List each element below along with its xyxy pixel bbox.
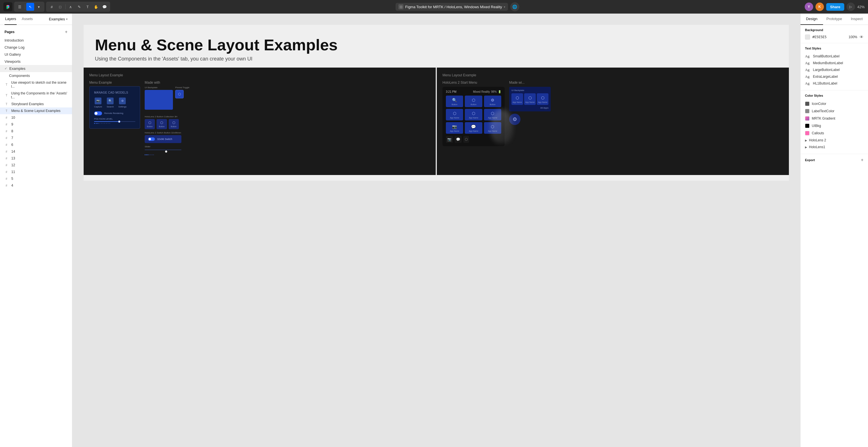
share-button[interactable]: Share: [826, 3, 844, 11]
color-style-iconcolor[interactable]: IconColor: [805, 100, 864, 108]
globe-btn[interactable]: 🌐: [510, 2, 519, 11]
menu-tool-btn[interactable]: ☰: [16, 3, 24, 11]
text-style-medium[interactable]: Ag MediumButtonLabel: [805, 60, 864, 66]
page-label: Change Log: [4, 45, 25, 50]
layer-item-12[interactable]: # 11: [0, 169, 72, 175]
shape-tool-btn[interactable]: □: [56, 3, 64, 11]
file-info[interactable]: ⬡ Figma Toolkit for MRTK / HoloLens, Win…: [396, 3, 508, 11]
bg-opacity-value[interactable]: 100%: [848, 35, 857, 39]
button-row: ⬡ Button ⬡ Button ⬡ Button: [145, 119, 190, 129]
menu-icons-row: 📷 Capture 🔍 Search ⚙ S: [94, 97, 135, 108]
hand-tool-btn[interactable]: ✋: [92, 3, 100, 11]
example1-label: Menu Layout Example: [89, 73, 430, 77]
topbar-center: ⬡ Figma Toolkit for MRTK / HoloLens, Win…: [113, 2, 802, 11]
menu-box: Menu Example MANAGE CAD MODELS 📷 Capture: [89, 81, 140, 155]
page-label: UI Gallery: [4, 52, 21, 57]
holo-app-label-3: Button: [490, 103, 495, 106]
color-style-labeltextcolor[interactable]: LabelTextColor: [805, 108, 864, 115]
hololens-menu-area: HoloLens 2 Start Menu 3:21 PM Mixed Real…: [442, 81, 505, 146]
layer-item-0[interactable]: T Use viewport to sketch out the scene l…: [0, 79, 72, 90]
text-tool-btn[interactable]: T: [84, 3, 92, 11]
comment-tool-btn[interactable]: 💬: [101, 3, 108, 11]
layer-item-8[interactable]: # 6: [0, 141, 72, 148]
layer-item-14[interactable]: # 4: [0, 182, 72, 189]
holo-app-icon-3: ⚙: [491, 98, 494, 102]
dot-9: [107, 123, 108, 124]
tab-design[interactable]: Design: [801, 13, 823, 25]
cad-title: MANAGE CAD MODELS: [94, 91, 135, 94]
avatar-y[interactable]: Y: [805, 3, 813, 11]
add-page-button[interactable]: +: [65, 29, 67, 34]
layer-item-5[interactable]: # 9: [0, 121, 72, 128]
group-hololens2[interactable]: ▶ HoloLens 2: [805, 137, 864, 144]
text-icon: T: [6, 110, 10, 113]
page-item-changelog[interactable]: Change Log: [0, 44, 72, 51]
layer-item-10[interactable]: # 13: [0, 155, 72, 162]
color-swatch-iconcolor: [805, 101, 809, 106]
play-button[interactable]: ▷: [846, 3, 855, 11]
pen-tool-btn[interactable]: ∧: [67, 3, 74, 11]
tab-assets[interactable]: Assets: [21, 13, 33, 25]
panel2-content: HoloLens 2 Start Menu 3:21 PM Mixed Real…: [442, 81, 783, 146]
page-item-viewports[interactable]: Viewports: [0, 58, 72, 65]
figma-logo[interactable]: [3, 2, 12, 11]
tab-examples[interactable]: Examples ▾: [49, 17, 67, 21]
layer-label: Use viewport to sketch out the scene l..…: [11, 81, 67, 89]
dots-row: [94, 123, 135, 124]
panel1-content: Menu Example MANAGE CAD MODELS 📷 Capture: [89, 81, 430, 155]
holo-btn-icon-3: ⬡: [173, 121, 175, 125]
check-icon: ✓: [4, 67, 7, 70]
group-hololens1[interactable]: ▶ HoloLens1: [805, 144, 864, 150]
layer-item-9[interactable]: # 14: [0, 148, 72, 155]
bg-color-swatch[interactable]: [805, 34, 810, 39]
tab-layers[interactable]: Layers: [4, 13, 17, 25]
add-export-button[interactable]: +: [861, 157, 864, 162]
tab-prototype[interactable]: Prototype: [823, 13, 846, 25]
layer-item-4[interactable]: # 10: [0, 114, 72, 121]
text-icon: T: [6, 102, 10, 106]
marker-tool-btn[interactable]: ✎: [75, 3, 83, 11]
select-tool-btn[interactable]: ▾: [35, 3, 43, 11]
capture-label: Capture: [94, 106, 102, 108]
text-style-hl1[interactable]: Ag HL1ButtonLabel: [805, 80, 864, 87]
blue-backplate: [145, 90, 173, 110]
frame-tool-btn[interactable]: #: [48, 3, 56, 11]
layer-item-6[interactable]: # 8: [0, 128, 72, 135]
text-style-large[interactable]: Ag LargeButtonLabel: [805, 66, 864, 73]
text-styles-title: Text Styles: [805, 47, 864, 50]
bg-hex-value[interactable]: #E5E5E5: [812, 35, 846, 39]
color-style-mrtk[interactable]: MRTK Gradient: [805, 115, 864, 122]
layer-item-1[interactable]: T Using the Components in the 'Assets' t…: [0, 90, 72, 101]
mini-dot-2: [146, 154, 147, 155]
holo-btn-3: ⬡ Button: [169, 119, 179, 129]
page-item-examples[interactable]: ✓ Examples: [0, 65, 72, 72]
visibility-toggle[interactable]: 👁: [860, 35, 864, 39]
layer-item-13[interactable]: # 5: [0, 175, 72, 182]
layer-item-2[interactable]: T Storyboard Examples: [0, 101, 72, 108]
mini-dot-6: [152, 154, 153, 155]
text-style-extralarge[interactable]: Ag ExtraLargeLabel: [805, 73, 864, 80]
color-style-callouts[interactable]: Callouts: [805, 129, 864, 137]
color-style-uibkg[interactable]: UIBkg: [805, 122, 864, 129]
tab-inspect[interactable]: Inspect: [845, 13, 868, 25]
layer-item-11[interactable]: # 12: [0, 162, 72, 169]
page-item-uigallery[interactable]: UI Gallery: [0, 51, 72, 58]
page-item-introduction[interactable]: Introduction: [0, 37, 72, 44]
page-item-components[interactable]: Components: [0, 72, 72, 79]
avatar-k[interactable]: K: [815, 3, 824, 11]
canvas[interactable]: Menu & Scene Layout Examples Using the C…: [72, 13, 800, 447]
frame-icon: #: [6, 130, 10, 133]
text-style-small[interactable]: Ag SmallButtonLabel: [805, 53, 864, 60]
topbar: ☰ ↖ ▾ # □ ∧ ✎ T ✋ 💬 ⬡ Figma Toolkit for …: [0, 0, 868, 13]
ui-backplate-area: UI Backplate: [145, 86, 173, 113]
layer-item-3[interactable]: T Menu & Scene Layout Examples: [0, 108, 72, 114]
layer-item-7[interactable]: # 7: [0, 135, 72, 141]
move-tool-btn[interactable]: ↖: [26, 3, 34, 11]
zoom-level[interactable]: 42%: [857, 5, 865, 9]
chevron-down-icon: ▾: [66, 18, 67, 21]
layer-label: 4: [11, 183, 13, 187]
layer-label: Using the Components in the 'Assets' t..…: [11, 91, 67, 99]
color-name-uibkg: UIBkg: [812, 124, 821, 128]
dot-2: [96, 123, 97, 124]
left-panel: Layers Assets Examples ▾ Pages + Introdu…: [0, 13, 72, 447]
